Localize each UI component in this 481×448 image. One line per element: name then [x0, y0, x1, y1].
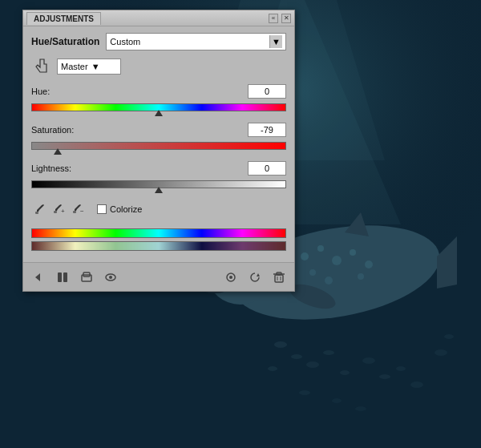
bottom-toolbar: [23, 262, 294, 291]
svg-point-9: [365, 260, 373, 268]
eyedropper-button[interactable]: [31, 201, 47, 217]
lightness-header: Lightness: 0: [31, 161, 286, 176]
eyedropper-minus-button[interactable]: −: [70, 201, 86, 217]
svg-point-7: [332, 256, 342, 265]
svg-point-23: [340, 370, 350, 375]
hue-value[interactable]: 0: [248, 84, 286, 99]
svg-point-45: [109, 276, 112, 279]
svg-point-24: [362, 357, 375, 364]
preset-dropdown-arrow: ▼: [269, 35, 282, 48]
forward-button[interactable]: [52, 267, 73, 288]
svg-point-47: [229, 276, 232, 279]
preset-dropdown[interactable]: Custom ▼: [106, 33, 286, 50]
panel-controls: « ✕: [269, 14, 291, 23]
clip-button[interactable]: [76, 267, 97, 288]
collapse-button[interactable]: «: [269, 14, 278, 23]
svg-rect-36: [73, 211, 76, 213]
lightness-label: Lightness:: [31, 163, 71, 173]
saturation-track: [31, 142, 286, 150]
svg-point-5: [301, 252, 309, 260]
svg-rect-34: [54, 211, 57, 213]
svg-point-21: [306, 361, 319, 368]
source-color-bar: [31, 228, 286, 238]
panel-tab[interactable]: ADJUSTMENTS: [26, 12, 101, 25]
colorize-group: Colorize: [97, 204, 142, 214]
eyedropper-plus-button[interactable]: +: [51, 201, 67, 217]
lightness-thumb[interactable]: [155, 187, 163, 195]
delete-button[interactable]: [269, 267, 289, 288]
svg-point-30: [355, 406, 366, 411]
close-button[interactable]: ✕: [281, 14, 291, 23]
svg-point-8: [350, 249, 356, 256]
saturation-header: Saturation: -79: [31, 123, 286, 137]
hue-thumb[interactable]: [155, 110, 163, 118]
lightness-slider-row: Lightness: 0: [31, 161, 286, 195]
hue-label: Hue:: [31, 87, 50, 96]
saturation-value[interactable]: -79: [248, 123, 286, 137]
svg-point-22: [323, 350, 334, 355]
hue-track-container[interactable]: [31, 100, 286, 118]
svg-point-27: [410, 381, 423, 388]
saturation-track-container[interactable]: [31, 139, 286, 156]
reset-button[interactable]: [245, 267, 265, 288]
svg-rect-49: [275, 275, 283, 282]
lightness-value[interactable]: 0: [248, 161, 286, 176]
colorize-label: Colorize: [110, 204, 142, 214]
hue-header: Hue: 0: [31, 84, 286, 99]
svg-point-31: [435, 349, 447, 356]
visibility-button[interactable]: [100, 267, 121, 288]
lightness-track-container[interactable]: [31, 177, 286, 195]
channel-icon: [31, 57, 54, 76]
saturation-thumb[interactable]: [54, 148, 62, 156]
back-button[interactable]: [28, 267, 49, 288]
svg-point-12: [358, 273, 364, 280]
svg-point-10: [309, 269, 316, 276]
channel-dropdown[interactable]: Master ▼: [57, 59, 121, 75]
saturation-label: Saturation:: [31, 125, 74, 135]
svg-point-6: [317, 245, 324, 252]
tools-row: + − Colorize: [31, 201, 286, 217]
preset-value: Custom: [110, 37, 269, 46]
svg-point-18: [274, 341, 287, 348]
adjustments-panel: ADJUSTMENTS « ✕ Hue/Saturation Custom ▼: [22, 10, 295, 292]
channel-dropdown-arrow: ▼: [91, 62, 100, 71]
channel-value: Master: [61, 62, 88, 71]
svg-point-28: [299, 390, 310, 395]
settings-button[interactable]: [220, 267, 241, 288]
svg-point-11: [325, 276, 333, 285]
svg-point-19: [291, 354, 302, 359]
panel-titlebar: ADJUSTMENTS « ✕: [23, 10, 294, 26]
svg-point-26: [396, 366, 406, 371]
saturation-slider-row: Saturation: -79: [31, 123, 286, 156]
section-title: Hue/Saturation: [31, 36, 99, 47]
svg-point-20: [268, 366, 277, 371]
svg-marker-38: [35, 273, 40, 281]
panel-body: Hue/Saturation Custom ▼ Master ▼ Hue:: [23, 26, 294, 262]
color-bars: [31, 228, 286, 251]
channel-row: Master ▼: [31, 57, 286, 76]
svg-rect-33: [35, 212, 38, 214]
colorize-checkbox[interactable]: [97, 204, 107, 214]
hue-slider-row: Hue: 0: [31, 84, 286, 118]
svg-point-29: [332, 398, 342, 403]
header-row: Hue/Saturation Custom ▼: [31, 33, 286, 50]
svg-point-25: [379, 374, 390, 379]
svg-marker-48: [257, 273, 260, 276]
svg-text:−: −: [80, 208, 84, 215]
svg-text:+: +: [61, 208, 65, 215]
result-color-bar: [31, 241, 286, 251]
svg-point-32: [444, 334, 454, 339]
